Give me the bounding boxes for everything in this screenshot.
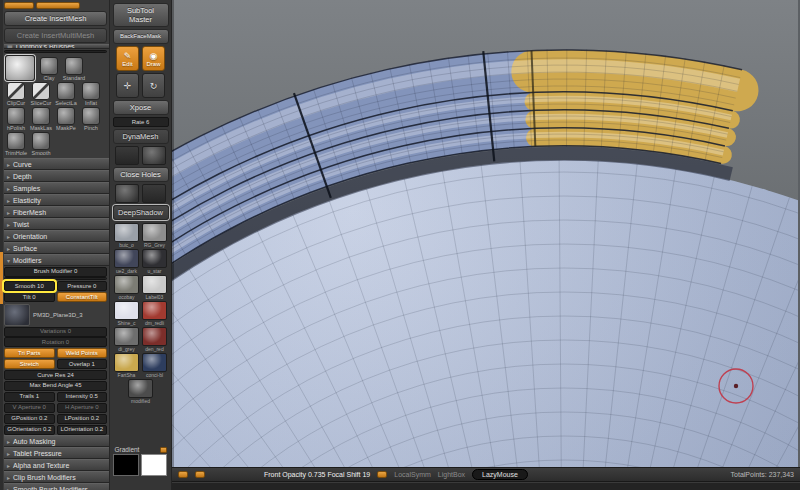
subtool-thumbnail[interactable] [115, 146, 139, 165]
section-label: Depth [13, 173, 32, 180]
gposition-slider[interactable]: GPosition 0.2 [4, 414, 55, 424]
section-surface[interactable]: ▸Surface [4, 242, 109, 254]
lazymouse-button[interactable]: LazyMouse [472, 469, 528, 480]
section-auto-masking[interactable]: ▸Auto Masking [4, 435, 109, 447]
brush-item[interactable]: Smooth [29, 132, 53, 156]
brush-modifier-slider[interactable]: Brush Modifier 0 [4, 267, 107, 277]
gradient-color-black-swatch[interactable] [113, 454, 139, 476]
section-modifiers[interactable]: ▾ Modifiers [4, 254, 109, 266]
move-button[interactable]: ✛ [116, 73, 139, 98]
brush-item[interactable] [4, 55, 36, 81]
variations-slider[interactable]: Variations 0 [4, 327, 107, 337]
section-twist[interactable]: ▸Twist [4, 218, 109, 230]
section-elasticity[interactable]: ▸Elasticity [4, 194, 109, 206]
weld-points-button[interactable]: Weld Points [57, 348, 108, 358]
gorientation-slider[interactable]: GOrientation 0.2 [4, 425, 55, 435]
overlap-slider[interactable]: Overlap 1 [57, 359, 108, 369]
curve-res-slider[interactable]: Curve Res 24 [4, 370, 107, 380]
gradient-toggle[interactable] [160, 447, 167, 453]
close-holes-button[interactable]: Close Holes [113, 167, 169, 182]
material-item[interactable]: RG_Grey [141, 223, 168, 248]
h-aperture-slider[interactable]: H Aperture 0 [57, 403, 108, 413]
brush-item[interactable]: Pinch [79, 107, 103, 131]
lposition-slider[interactable]: LPosition 0.2 [57, 414, 108, 424]
intensity-slider[interactable]: Intensity 0.5 [57, 392, 108, 402]
section-fibermesh[interactable]: ▸FiberMesh [4, 206, 109, 218]
xpose-button[interactable]: Xpose [113, 100, 169, 115]
brush-item[interactable]: hPolish [4, 107, 28, 131]
preview-thumbnail[interactable] [142, 184, 166, 203]
modifier-extra-slider[interactable] [4, 277, 107, 280]
brush-item[interactable]: Inflat [79, 82, 103, 106]
rotation-slider[interactable]: Rotation 0 [4, 337, 107, 347]
stretch-button[interactable]: Stretch [4, 359, 55, 369]
deepshadow-button[interactable]: DeepShadow [113, 205, 169, 220]
brush-item[interactable]: MaskLas [29, 107, 53, 131]
brush-item[interactable]: SelectLa [54, 82, 78, 106]
section-orientation[interactable]: ▸Orientation [4, 230, 109, 242]
viewport-canvas[interactable]: Front Opacity 0.735 Focal Shift 19 Local… [172, 0, 800, 490]
toolbar-chip[interactable] [195, 471, 205, 478]
brush-item[interactable]: ClipCur [4, 82, 28, 106]
localsymm-button[interactable]: LocalSymm [394, 471, 431, 478]
gradient-color-white-swatch[interactable] [141, 454, 167, 476]
brush-item[interactable]: Standard [62, 57, 86, 81]
material-item[interactable]: modified [127, 379, 154, 404]
create-insertmesh-button[interactable]: Create InsertMesh [4, 11, 107, 26]
tri-parts-button[interactable]: Tri Parts [4, 348, 55, 358]
constant-tilt-button[interactable]: ConstantTilt [57, 292, 108, 302]
material-item[interactable]: Label03 [141, 275, 168, 300]
v-aperture-slider[interactable]: V Aperture 0 [4, 403, 55, 413]
section-alpha-and-texture[interactable]: ▸Alpha and Texture [4, 459, 109, 471]
section-depth[interactable]: ▸Depth [4, 170, 109, 182]
brush-item[interactable]: MaskPe [54, 107, 78, 131]
material-item[interactable]: conci-bl [141, 353, 168, 378]
subtool-master-button[interactable]: SubTool Master [113, 3, 169, 27]
brush-item[interactable]: Clay [37, 57, 61, 81]
smooth-slider[interactable]: Smooth 10 [4, 281, 55, 291]
tilt-slider[interactable]: Tilt 0 [4, 292, 55, 302]
material-item[interactable]: di_grey [113, 327, 140, 352]
lightbox-brushes-header[interactable]: ▦ Lightbox's Brushes [4, 44, 109, 49]
material-item[interactable]: buic_o [113, 223, 140, 248]
subtool-thumbnail[interactable] [142, 146, 166, 165]
lightbox-button[interactable]: LightBox [438, 471, 465, 478]
section-samples[interactable]: ▸Samples [4, 182, 109, 194]
toolbar-chip[interactable] [377, 471, 387, 478]
dynamesh-button[interactable]: DynaMesh [113, 129, 169, 144]
toolbar-chip[interactable] [36, 2, 80, 9]
pressure-slider[interactable]: Pressure 0 [57, 281, 108, 291]
brush-item[interactable]: SliceCur [29, 82, 53, 106]
material-item[interactable]: dm_redli [141, 301, 168, 326]
document-3d-view[interactable] [172, 0, 798, 468]
section-tablet-pressure[interactable]: ▸Tablet Pressure [4, 447, 109, 459]
material-item[interactable]: u_star [141, 249, 168, 274]
tray-scrollbar[interactable] [0, 0, 3, 490]
rotate-button[interactable]: ↻ [142, 73, 165, 98]
section-smooth-brush-modifiers[interactable]: ▸Smooth Brush Modifiers [4, 483, 109, 490]
toolbar-chip[interactable] [4, 2, 34, 9]
tray-scrollbar-thumb[interactable] [0, 252, 3, 304]
toolbar-chip[interactable] [178, 471, 188, 478]
material-item[interactable]: den_red [141, 327, 168, 352]
insert-mesh-thumbnail[interactable] [4, 304, 30, 326]
max-bend-angle-slider[interactable]: Max Bend Angle 45 [4, 381, 107, 391]
preview-thumbnail[interactable] [115, 184, 139, 203]
lorientation-slider[interactable]: LOrientation 0.2 [57, 425, 108, 435]
backfacemask-button[interactable]: BackFaceMask [113, 29, 169, 44]
brush-label: TrimHole [4, 150, 28, 156]
material-item[interactable]: FartSha [113, 353, 140, 378]
section-curve[interactable]: ▸Curve [4, 158, 109, 170]
material-item[interactable]: ocobay [113, 275, 140, 300]
material-item[interactable]: Shine_c [113, 301, 140, 326]
trails-slider[interactable]: Trails 1 [4, 392, 55, 402]
material-item[interactable]: ue2_dark [113, 249, 140, 274]
front-opacity-focal-shift[interactable]: Front Opacity 0.735 Focal Shift 19 [264, 471, 370, 478]
edit-button[interactable]: ✎ Edit [116, 46, 139, 71]
brush-label: Smooth [29, 150, 53, 156]
brush-item[interactable]: TrimHole [4, 132, 28, 156]
zintensity-slider[interactable]: ZInt: 52 [4, 50, 107, 53]
section-clip-brush-modifiers[interactable]: ▸Clip Brush Modifiers [4, 471, 109, 483]
rate-slider[interactable]: Rate 6 [113, 117, 169, 127]
draw-button[interactable]: ◉ Draw [142, 46, 165, 71]
